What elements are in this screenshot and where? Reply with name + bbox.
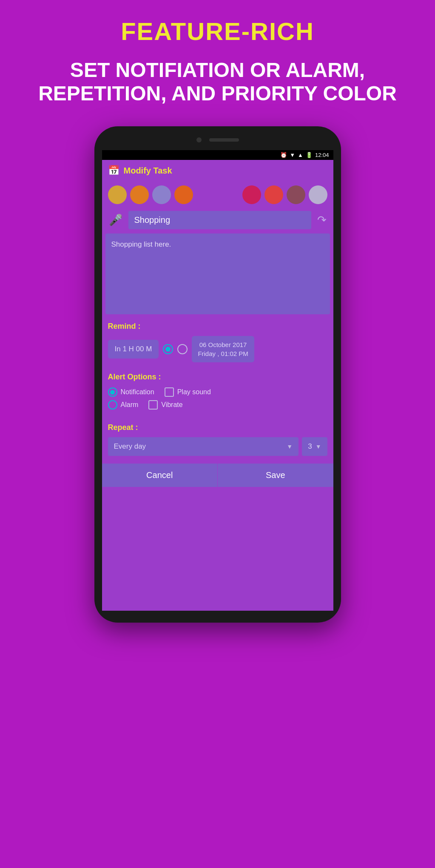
notification-radio[interactable] <box>108 387 117 397</box>
phone-camera <box>196 137 202 142</box>
remind-date-line2: Friday , 01:02 PM <box>198 349 248 358</box>
repeat-value: Every day <box>114 442 146 451</box>
repeat-count-chevron-icon: ▼ <box>316 443 321 450</box>
vibrate-label: Vibrate <box>161 401 182 409</box>
remind-date-line1: 06 October 2017 <box>198 340 248 349</box>
repeat-count-selector[interactable]: 3 ▼ <box>302 437 327 456</box>
battery-icon: 🔋 <box>306 152 313 158</box>
remind-time-box[interactable]: In 1 H 00 M <box>108 340 159 359</box>
swatch-orange[interactable] <box>130 185 149 204</box>
remind-date-box[interactable]: 06 October 2017 Friday , 01:02 PM <box>192 336 254 362</box>
remind-row: In 1 H 00 M 06 October 2017 Friday , 01:… <box>102 334 333 367</box>
notification-label: Notification <box>121 388 154 396</box>
swatch-lavender[interactable] <box>152 185 171 204</box>
repeat-dropdown[interactable]: Every day ▼ <box>108 437 299 456</box>
save-button[interactable]: Save <box>217 464 333 487</box>
wifi-icon: ▼ <box>290 152 295 158</box>
cancel-button[interactable]: Cancel <box>102 464 218 487</box>
play-sound-label: Play sound <box>177 388 211 396</box>
status-time: 12:04 <box>315 152 329 158</box>
titlebar-icon: 📅 <box>108 165 119 176</box>
phone-speaker <box>209 138 239 142</box>
color-swatches-row <box>102 181 333 208</box>
remind-label: Remind : <box>102 316 333 334</box>
alert-row-1: Notification Play sound <box>108 387 327 397</box>
vibrate-checkbox[interactable] <box>148 400 158 410</box>
headline: FEATURE-RICH <box>121 17 314 46</box>
app-titlebar: 📅 Modify Task <box>102 160 333 181</box>
repeat-label: Repeat : <box>102 417 333 435</box>
swatch-spacer <box>196 185 239 204</box>
repeat-row: Every day ▼ 3 ▼ <box>102 435 333 460</box>
status-bar: ⏰ ▼ ▲ 🔋 12:04 <box>102 150 333 160</box>
notification-option[interactable]: Notification <box>108 387 154 397</box>
mic-button[interactable]: 🎤 <box>105 212 126 228</box>
swatch-red[interactable] <box>264 185 283 204</box>
alarm-option[interactable]: Alarm <box>108 400 139 410</box>
radio-selected[interactable] <box>163 344 173 354</box>
task-title-row: 🎤 Shopping ↷ <box>102 208 333 232</box>
notes-area[interactable]: Shopping list here. <box>105 233 330 314</box>
alarm-icon: ⏰ <box>280 152 287 158</box>
vibrate-option[interactable]: Vibrate <box>148 400 182 410</box>
app-screen: 📅 Modify Task 🎤 Shopping ↷ Shopping list… <box>102 160 333 611</box>
swatch-burnt-orange[interactable] <box>174 185 193 204</box>
phone-shell: ⏰ ▼ ▲ 🔋 12:04 📅 Modify Task 🎤 Shopping <box>94 126 341 623</box>
chevron-down-icon: ▼ <box>287 443 293 450</box>
swatch-light-lavender[interactable] <box>309 185 327 204</box>
swatch-crimson[interactable] <box>242 185 261 204</box>
signal-icon: ▲ <box>298 152 303 158</box>
task-title-input[interactable]: Shopping <box>128 211 311 229</box>
alarm-radio[interactable] <box>108 400 117 410</box>
repeat-count-value: 3 <box>308 442 312 451</box>
swatch-mauve[interactable] <box>287 185 305 204</box>
alarm-label: Alarm <box>121 401 139 409</box>
play-sound-checkbox[interactable] <box>165 387 174 397</box>
radio-group <box>163 344 188 354</box>
bottom-buttons: Cancel Save <box>102 464 333 487</box>
alert-options: Notification Play sound Alarm Vibrate <box>102 385 333 417</box>
radio-empty[interactable] <box>177 344 188 354</box>
play-sound-option[interactable]: Play sound <box>165 387 211 397</box>
arrow-button[interactable]: ↷ <box>314 212 330 228</box>
alert-options-label: Alert Options : <box>102 367 333 385</box>
subheadline: SET NOTIFIATION OR ALARM, REPETITION, AN… <box>9 58 426 105</box>
alert-row-2: Alarm Vibrate <box>108 400 327 410</box>
app-title: Modify Task <box>124 166 172 176</box>
swatch-gold[interactable] <box>108 185 127 204</box>
phone-top <box>102 136 333 146</box>
